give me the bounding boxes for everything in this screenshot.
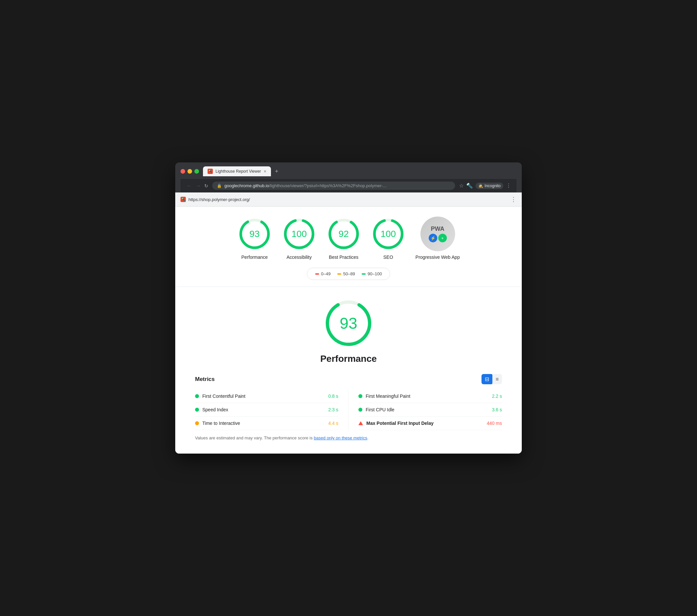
metric-dot-tti	[195, 421, 199, 425]
tab-title: Lighthouse Report Viewer	[216, 169, 261, 174]
legend-range-orange: 50–89	[343, 272, 355, 276]
active-tab[interactable]: 🔦 Lighthouse Report Viewer ×	[203, 166, 271, 176]
info-url: https://shop.polymer-project.org/	[189, 197, 250, 202]
browser-titlebar: 🔦 Lighthouse Report Viewer × + ← → ↻ 🔒 g…	[175, 162, 522, 192]
pwa-badge: PWA ⚡ +	[420, 217, 455, 251]
view-toggle: ⊟ ≡	[481, 374, 502, 384]
accessibility-gauge: 100	[282, 217, 316, 251]
score-item-pwa[interactable]: PWA ⚡ + Progressive Web App	[415, 217, 460, 260]
address-path: /lighthouse/viewer/?psiurl=https%3A%2F%2…	[269, 183, 386, 188]
legend-item-red: 0–49	[315, 272, 331, 276]
metric-row-fci: First CPU Idle 3.6 s	[358, 403, 502, 416]
accessibility-score: 100	[292, 229, 307, 239]
bookmark-icon[interactable]: ☆	[459, 182, 464, 189]
perf-title: Performance	[320, 354, 376, 364]
metrics-col-left: First Contentful Paint 0.8 s Speed Index…	[195, 390, 348, 430]
metrics-col-right: First Meaningful Paint 2.2 s First CPU I…	[348, 390, 502, 430]
score-item-performance[interactable]: 93 Performance	[237, 217, 272, 260]
traffic-lights	[180, 169, 199, 174]
metric-dot-fmp	[358, 394, 362, 398]
lock-icon: 🔒	[217, 184, 222, 188]
score-item-accessibility[interactable]: 100 Accessibility	[282, 217, 316, 260]
metric-value-fcp: 0.8 s	[328, 394, 338, 399]
refresh-button[interactable]: ↻	[204, 183, 208, 189]
metric-row-tti: Time to Interactive 4.4 s	[195, 416, 338, 430]
tab-favicon: 🔦	[208, 169, 213, 174]
tab-close-button[interactable]: ×	[264, 169, 266, 174]
seo-score: 100	[381, 229, 396, 239]
metric-name-fcp: First Contentful Paint	[202, 394, 325, 399]
nav-buttons: ← → ↻	[186, 182, 208, 190]
info-bar: 🔦 https://shop.polymer-project.org/ ⋮	[175, 192, 522, 207]
best-practices-label: Best Practices	[329, 254, 358, 260]
pwa-icons-row: ⚡ +	[429, 234, 447, 242]
browser-window: 🔦 Lighthouse Report Viewer × + ← → ↻ 🔒 g…	[175, 162, 522, 454]
metric-value-fid: 440 ms	[487, 421, 502, 426]
metrics-grid: First Contentful Paint 0.8 s Speed Index…	[195, 390, 502, 430]
traffic-light-green[interactable]	[194, 169, 199, 174]
metric-name-tti: Time to Interactive	[202, 421, 325, 426]
metric-value-fmp: 2.2 s	[492, 394, 502, 399]
metric-dot-fci	[358, 408, 362, 412]
score-item-seo[interactable]: 100 SEO	[371, 217, 405, 260]
toolbar-icons: ☆ 🔦 🕵️ Incognito ⋮	[459, 182, 511, 189]
performance-label: Performance	[241, 254, 268, 260]
traffic-light-red[interactable]	[180, 169, 185, 174]
info-menu-icon[interactable]: ⋮	[510, 196, 517, 203]
metric-name-si: Speed Index	[202, 407, 325, 412]
seo-label: SEO	[384, 254, 394, 260]
metric-value-tti: 4.4 s	[328, 421, 338, 426]
performance-detail-section: 93 Performance Metrics ⊟ ≡ First Content…	[175, 287, 522, 454]
incognito-icon: 🕵️	[478, 184, 483, 188]
pwa-lightning-icon: ⚡	[429, 234, 437, 242]
address-text: googlechrome.github.io/lighthouse/viewer…	[224, 183, 450, 188]
legend-item-green: 90–100	[362, 272, 382, 276]
address-bar[interactable]: 🔒 googlechrome.github.io/lighthouse/view…	[212, 181, 455, 190]
traffic-light-yellow[interactable]	[188, 169, 192, 174]
legend-item-orange: 50–89	[337, 272, 355, 276]
metric-name-fid: Max Potential First Input Delay	[366, 421, 484, 426]
metrics-header: Metrics ⊟ ≡	[195, 374, 502, 384]
extension-icon[interactable]: 🔦	[466, 182, 473, 189]
info-bar-left: 🔦 https://shop.polymer-project.org/	[180, 197, 250, 202]
metric-value-si: 2.3 s	[328, 407, 338, 412]
pwa-text: PWA	[431, 225, 444, 232]
legend-range-red: 0–49	[321, 272, 331, 276]
summary-section: 93 Performance 100 Accessibility	[175, 207, 522, 287]
metric-row-fmp: First Meaningful Paint 2.2 s	[358, 390, 502, 403]
page-content: 🔦 https://shop.polymer-project.org/ ⋮	[175, 192, 522, 454]
best-practices-score: 92	[339, 229, 349, 239]
legend-dot-green	[362, 273, 366, 275]
metric-row-si: Speed Index 2.3 s	[195, 403, 338, 416]
score-legend: 0–49 50–89 90–100	[307, 268, 390, 280]
metric-row-fid: Max Potential First Input Delay 440 ms	[358, 416, 502, 430]
metrics-note-link[interactable]: based only on these metrics	[314, 436, 367, 440]
back-button[interactable]: ←	[186, 182, 192, 190]
seo-gauge: 100	[371, 217, 405, 251]
tab-bar: 🔦 Lighthouse Report Viewer × +	[203, 166, 517, 176]
metrics-note-text: Values are estimated and may vary. The p…	[195, 436, 314, 440]
incognito-badge: 🕵️ Incognito	[476, 182, 503, 189]
pwa-label: Progressive Web App	[415, 254, 460, 260]
forward-button[interactable]: →	[195, 182, 202, 190]
list-view-button[interactable]: ≡	[492, 374, 502, 384]
metrics-note: Values are estimated and may vary. The p…	[195, 436, 502, 440]
scores-row: 93 Performance 100 Accessibility	[237, 217, 460, 260]
accessibility-label: Accessibility	[286, 254, 312, 260]
browser-menu-icon[interactable]: ⋮	[506, 182, 511, 189]
info-favicon: 🔦	[180, 197, 186, 202]
performance-gauge: 93	[237, 217, 272, 251]
address-bar-row: ← → ↻ 🔒 googlechrome.github.io/lighthous…	[180, 179, 517, 192]
metric-name-fmp: First Meaningful Paint	[366, 394, 489, 399]
pwa-plus-icon: +	[438, 234, 447, 242]
perf-score-value: 93	[340, 314, 357, 333]
score-item-best-practices[interactable]: 92 Best Practices	[326, 217, 361, 260]
perf-gauge-large: 93	[322, 297, 375, 350]
metric-dot-si	[195, 408, 199, 412]
metric-row-fcp: First Contentful Paint 0.8 s	[195, 390, 338, 403]
metrics-note-end: .	[367, 436, 369, 440]
address-host: googlechrome.github.io	[224, 183, 269, 188]
metric-dot-fcp	[195, 394, 199, 398]
grid-view-button[interactable]: ⊟	[481, 374, 492, 384]
new-tab-button[interactable]: +	[272, 167, 281, 176]
